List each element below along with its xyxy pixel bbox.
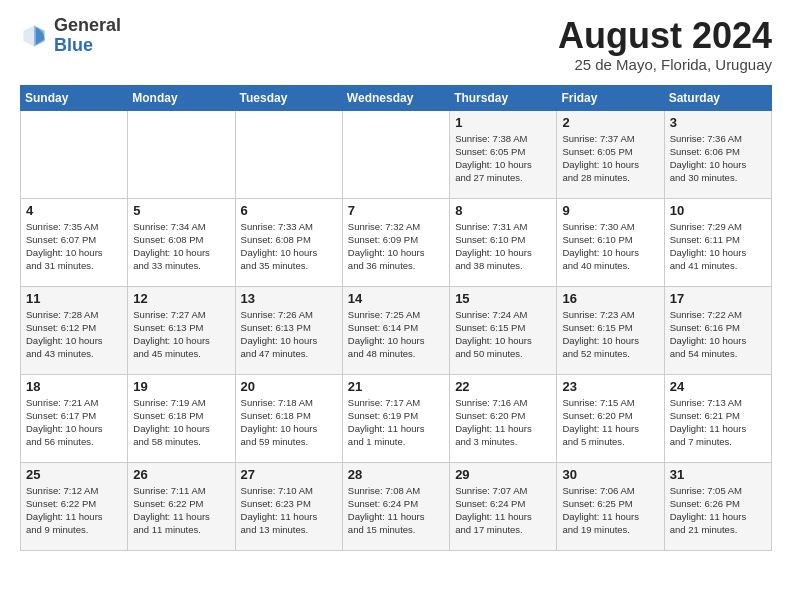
calendar-cell: 27Sunrise: 7:10 AM Sunset: 6:23 PM Dayli… [235,462,342,550]
calendar-cell: 31Sunrise: 7:05 AM Sunset: 6:26 PM Dayli… [664,462,771,550]
calendar-cell: 17Sunrise: 7:22 AM Sunset: 6:16 PM Dayli… [664,286,771,374]
day-info: Sunrise: 7:38 AM Sunset: 6:05 PM Dayligh… [455,132,551,185]
logo-text: GeneralBlue [54,16,121,56]
calendar-cell: 20Sunrise: 7:18 AM Sunset: 6:18 PM Dayli… [235,374,342,462]
day-number: 27 [241,467,337,482]
calendar-cell: 11Sunrise: 7:28 AM Sunset: 6:12 PM Dayli… [21,286,128,374]
day-number: 29 [455,467,551,482]
day-number: 22 [455,379,551,394]
calendar-cell: 26Sunrise: 7:11 AM Sunset: 6:22 PM Dayli… [128,462,235,550]
day-number: 2 [562,115,658,130]
calendar-cell: 12Sunrise: 7:27 AM Sunset: 6:13 PM Dayli… [128,286,235,374]
day-number: 28 [348,467,444,482]
calendar-cell [128,110,235,198]
day-info: Sunrise: 7:30 AM Sunset: 6:10 PM Dayligh… [562,220,658,273]
calendar-cell [235,110,342,198]
day-number: 16 [562,291,658,306]
day-info: Sunrise: 7:15 AM Sunset: 6:20 PM Dayligh… [562,396,658,449]
page-header: GeneralBlue August 2024 25 de Mayo, Flor… [20,16,772,73]
day-info: Sunrise: 7:34 AM Sunset: 6:08 PM Dayligh… [133,220,229,273]
header-day-tuesday: Tuesday [235,85,342,110]
day-info: Sunrise: 7:11 AM Sunset: 6:22 PM Dayligh… [133,484,229,537]
calendar-cell: 28Sunrise: 7:08 AM Sunset: 6:24 PM Dayli… [342,462,449,550]
day-number: 3 [670,115,766,130]
day-number: 9 [562,203,658,218]
day-number: 7 [348,203,444,218]
day-number: 31 [670,467,766,482]
day-number: 24 [670,379,766,394]
day-info: Sunrise: 7:25 AM Sunset: 6:14 PM Dayligh… [348,308,444,361]
calendar-cell: 22Sunrise: 7:16 AM Sunset: 6:20 PM Dayli… [450,374,557,462]
day-info: Sunrise: 7:18 AM Sunset: 6:18 PM Dayligh… [241,396,337,449]
day-number: 12 [133,291,229,306]
day-number: 18 [26,379,122,394]
calendar-cell: 10Sunrise: 7:29 AM Sunset: 6:11 PM Dayli… [664,198,771,286]
calendar-cell: 16Sunrise: 7:23 AM Sunset: 6:15 PM Dayli… [557,286,664,374]
day-number: 20 [241,379,337,394]
calendar-cell: 13Sunrise: 7:26 AM Sunset: 6:13 PM Dayli… [235,286,342,374]
day-info: Sunrise: 7:27 AM Sunset: 6:13 PM Dayligh… [133,308,229,361]
calendar-cell: 29Sunrise: 7:07 AM Sunset: 6:24 PM Dayli… [450,462,557,550]
header-day-monday: Monday [128,85,235,110]
calendar-cell: 9Sunrise: 7:30 AM Sunset: 6:10 PM Daylig… [557,198,664,286]
header-day-sunday: Sunday [21,85,128,110]
day-number: 14 [348,291,444,306]
calendar-cell: 24Sunrise: 7:13 AM Sunset: 6:21 PM Dayli… [664,374,771,462]
logo: GeneralBlue [20,16,121,56]
header-day-thursday: Thursday [450,85,557,110]
calendar-cell: 14Sunrise: 7:25 AM Sunset: 6:14 PM Dayli… [342,286,449,374]
day-info: Sunrise: 7:07 AM Sunset: 6:24 PM Dayligh… [455,484,551,537]
calendar-cell: 23Sunrise: 7:15 AM Sunset: 6:20 PM Dayli… [557,374,664,462]
day-number: 1 [455,115,551,130]
title-block: August 2024 25 de Mayo, Florida, Uruguay [558,16,772,73]
calendar-cell: 4Sunrise: 7:35 AM Sunset: 6:07 PM Daylig… [21,198,128,286]
week-row-3: 11Sunrise: 7:28 AM Sunset: 6:12 PM Dayli… [21,286,772,374]
header-day-wednesday: Wednesday [342,85,449,110]
day-number: 5 [133,203,229,218]
day-info: Sunrise: 7:35 AM Sunset: 6:07 PM Dayligh… [26,220,122,273]
day-number: 4 [26,203,122,218]
day-number: 11 [26,291,122,306]
calendar-cell: 7Sunrise: 7:32 AM Sunset: 6:09 PM Daylig… [342,198,449,286]
day-info: Sunrise: 7:19 AM Sunset: 6:18 PM Dayligh… [133,396,229,449]
day-info: Sunrise: 7:08 AM Sunset: 6:24 PM Dayligh… [348,484,444,537]
day-number: 15 [455,291,551,306]
day-info: Sunrise: 7:17 AM Sunset: 6:19 PM Dayligh… [348,396,444,449]
week-row-4: 18Sunrise: 7:21 AM Sunset: 6:17 PM Dayli… [21,374,772,462]
day-info: Sunrise: 7:28 AM Sunset: 6:12 PM Dayligh… [26,308,122,361]
day-info: Sunrise: 7:13 AM Sunset: 6:21 PM Dayligh… [670,396,766,449]
location-subtitle: 25 de Mayo, Florida, Uruguay [558,56,772,73]
header-day-friday: Friday [557,85,664,110]
day-info: Sunrise: 7:26 AM Sunset: 6:13 PM Dayligh… [241,308,337,361]
day-info: Sunrise: 7:29 AM Sunset: 6:11 PM Dayligh… [670,220,766,273]
calendar-cell: 1Sunrise: 7:38 AM Sunset: 6:05 PM Daylig… [450,110,557,198]
header-day-saturday: Saturday [664,85,771,110]
calendar-cell: 6Sunrise: 7:33 AM Sunset: 6:08 PM Daylig… [235,198,342,286]
day-number: 23 [562,379,658,394]
day-info: Sunrise: 7:21 AM Sunset: 6:17 PM Dayligh… [26,396,122,449]
day-info: Sunrise: 7:12 AM Sunset: 6:22 PM Dayligh… [26,484,122,537]
day-number: 30 [562,467,658,482]
week-row-1: 1Sunrise: 7:38 AM Sunset: 6:05 PM Daylig… [21,110,772,198]
day-number: 8 [455,203,551,218]
calendar-cell: 5Sunrise: 7:34 AM Sunset: 6:08 PM Daylig… [128,198,235,286]
month-title: August 2024 [558,16,772,56]
day-number: 26 [133,467,229,482]
day-number: 6 [241,203,337,218]
calendar-cell: 30Sunrise: 7:06 AM Sunset: 6:25 PM Dayli… [557,462,664,550]
day-number: 10 [670,203,766,218]
calendar-table: SundayMondayTuesdayWednesdayThursdayFrid… [20,85,772,551]
day-info: Sunrise: 7:22 AM Sunset: 6:16 PM Dayligh… [670,308,766,361]
calendar-cell [342,110,449,198]
day-info: Sunrise: 7:33 AM Sunset: 6:08 PM Dayligh… [241,220,337,273]
day-info: Sunrise: 7:10 AM Sunset: 6:23 PM Dayligh… [241,484,337,537]
calendar-cell: 18Sunrise: 7:21 AM Sunset: 6:17 PM Dayli… [21,374,128,462]
day-info: Sunrise: 7:36 AM Sunset: 6:06 PM Dayligh… [670,132,766,185]
logo-icon [20,22,48,50]
day-number: 17 [670,291,766,306]
day-info: Sunrise: 7:06 AM Sunset: 6:25 PM Dayligh… [562,484,658,537]
day-number: 25 [26,467,122,482]
calendar-cell: 2Sunrise: 7:37 AM Sunset: 6:05 PM Daylig… [557,110,664,198]
day-info: Sunrise: 7:32 AM Sunset: 6:09 PM Dayligh… [348,220,444,273]
day-info: Sunrise: 7:37 AM Sunset: 6:05 PM Dayligh… [562,132,658,185]
